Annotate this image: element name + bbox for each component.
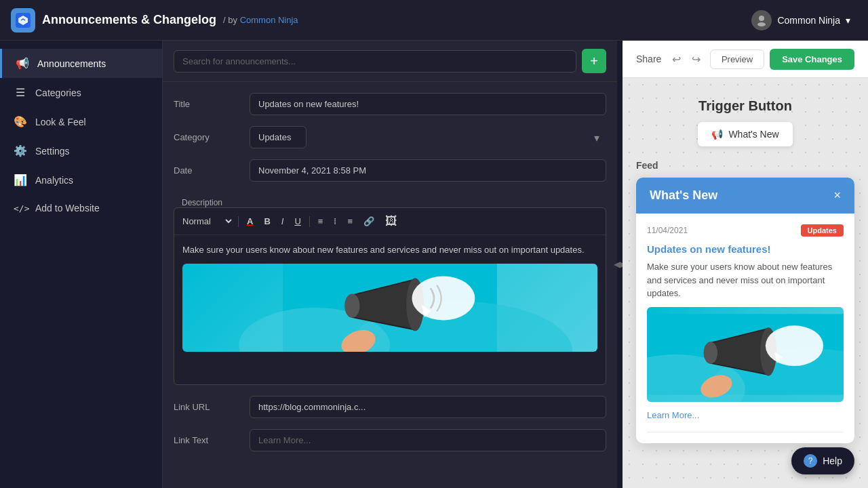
search-input[interactable] [174, 50, 576, 73]
help-label: Help [823, 455, 842, 466]
header-left: Announcements & Changelog / by Common Ni… [11, 8, 745, 33]
user-avatar [751, 10, 772, 30]
status-badge: Updates [801, 224, 844, 237]
preview-body: Trigger Button 📢 What's New Feed What's … [623, 78, 868, 488]
svg-point-11 [412, 276, 475, 320]
card-title: Updates on new features! [647, 243, 844, 255]
editor-toolbar: Normal Heading 1 Heading 2 A B I U ≡ ⁞ [174, 208, 606, 235]
share-button[interactable]: Share [636, 54, 661, 64]
sidebar-item-label: Settings [35, 146, 70, 157]
save-changes-button[interactable]: Save Changes [770, 49, 854, 70]
palette-icon: 🎨 [14, 115, 27, 128]
feed-section: Feed What's New × 11/04/2021 Updates [636, 160, 854, 443]
link-text-row: Link Text [174, 429, 606, 451]
date-input[interactable] [250, 159, 606, 182]
sidebar-item-announcements[interactable]: 📢 Announcements [0, 49, 162, 78]
widget-container: What's New × 11/04/2021 Updates Updates … [636, 178, 854, 443]
sidebar-item-analytics[interactable]: 📊 Analytics [0, 165, 162, 195]
bold-button[interactable]: B [260, 214, 274, 228]
gear-icon: ⚙️ [14, 144, 27, 157]
left-panel: + Title Category Updates Features B [163, 41, 617, 488]
preview-panel: Share ↩ ↪ Preview Save Changes Trigger B… [623, 41, 868, 488]
sidebar-item-label: Categories [35, 87, 81, 98]
preview-button[interactable]: Preview [710, 49, 764, 69]
app-header: Announcements & Changelog / by Common Ni… [0, 0, 868, 41]
ordered-list-button[interactable]: ≡ [314, 214, 328, 228]
preview-header-left: Share ↩ ↪ [636, 50, 703, 68]
title-input[interactable] [250, 93, 606, 115]
preview-header-right: Preview Save Changes [710, 49, 854, 70]
editor-container: Normal Heading 1 Heading 2 A B I U ≡ ⁞ [174, 207, 606, 385]
trigger-button-label: What's New [728, 129, 778, 140]
italic-button[interactable]: I [277, 214, 288, 228]
category-row: Category Updates Features Bug Fixes Gene… [174, 126, 606, 148]
announcement-card: 11/04/2021 Updates Updates on new featur… [647, 224, 844, 432]
user-menu-button[interactable]: Common Ninja ▾ [745, 6, 857, 35]
chevron-down-icon: ▾ [846, 15, 850, 26]
link-text-input[interactable] [250, 429, 606, 451]
description-section: Description Normal Heading 1 Heading 2 A… [174, 192, 606, 385]
sidebar-item-label: Look & Feel [35, 117, 86, 127]
link-button[interactable]: 🔗 [359, 214, 378, 228]
main-layout: 📢 Announcements ☰ Categories 🎨 Look & Fe… [0, 41, 868, 488]
learn-more-link[interactable]: Learn More... [647, 410, 699, 420]
trigger-title: Trigger Button [698, 98, 792, 114]
editor-content[interactable]: Make sure your users know about new feat… [174, 235, 606, 384]
underline-button[interactable]: U [290, 214, 304, 228]
add-announcement-button[interactable]: + [582, 49, 606, 73]
font-color-button[interactable]: A [243, 214, 257, 228]
widget-body: 11/04/2021 Updates Updates on new featur… [636, 214, 854, 443]
widget-close-button[interactable]: × [833, 188, 841, 203]
link-url-input[interactable] [250, 396, 606, 418]
svg-point-9 [344, 293, 359, 317]
align-button[interactable]: ≡ [343, 214, 357, 228]
date-row: Date [174, 159, 606, 182]
code-icon: </> [14, 203, 27, 214]
chart-icon: 📊 [14, 174, 27, 186]
redo-button[interactable]: ↪ [689, 50, 703, 68]
undo-button[interactable]: ↩ [669, 50, 684, 68]
sidebar-item-label: Analytics [35, 175, 73, 186]
app-title: Announcements & Changelog [42, 13, 216, 27]
form-area: Title Category Updates Features Bug Fixe… [163, 82, 617, 488]
link-url-label: Link URL [174, 396, 241, 412]
panel-divider[interactable]: ◀▶ [617, 41, 623, 488]
editor-text: Make sure your users know about new feat… [182, 243, 597, 257]
megaphone-icon: 📢 [16, 57, 29, 70]
sidebar-item-label: Announcements [37, 58, 106, 69]
app-by: / by Common Ninja [223, 15, 298, 25]
link-text-label: Link Text [174, 429, 241, 445]
sidebar-item-look-feel[interactable]: 🎨 Look & Feel [0, 107, 162, 136]
content-area: + Title Category Updates Features B [163, 41, 868, 488]
trigger-preview-button[interactable]: 📢 What's New [698, 122, 792, 146]
chevron-down-icon: ▾ [594, 131, 599, 144]
link-url-row: Link URL [174, 396, 606, 418]
sidebar-item-add-website[interactable]: </> Add to Website [0, 195, 162, 222]
feed-title: Feed [636, 160, 854, 171]
help-icon: ? [804, 454, 817, 468]
sidebar-item-settings[interactable]: ⚙️ Settings [0, 136, 162, 165]
category-label: Category [174, 126, 241, 142]
list-icon: ☰ [14, 86, 27, 99]
category-select[interactable]: Updates Features Bug Fixes General [250, 126, 307, 148]
image-button[interactable]: 🖼 [381, 212, 401, 230]
card-meta: 11/04/2021 Updates [647, 224, 844, 237]
bullet-list-button[interactable]: ⁞ [330, 214, 340, 228]
user-name: Common Ninja [777, 15, 840, 26]
card-date: 11/04/2021 [647, 226, 688, 235]
sidebar-item-label: Add to Website [35, 203, 100, 214]
sidebar-item-categories[interactable]: ☰ Categories [0, 78, 162, 107]
title-label: Title [174, 93, 241, 109]
card-image [647, 307, 844, 402]
search-bar: + [163, 41, 617, 82]
editor-image [182, 264, 597, 352]
toolbar-separator [238, 216, 239, 227]
widget-title: What's New [650, 188, 717, 203]
toolbar-separator-2 [309, 216, 310, 227]
svg-point-19 [704, 342, 717, 363]
help-button[interactable]: ? Help [791, 447, 854, 474]
svg-point-2 [757, 22, 766, 26]
trigger-section: Trigger Button 📢 What's New [698, 98, 792, 146]
description-label: Description [174, 192, 606, 207]
text-style-select[interactable]: Normal Heading 1 Heading 2 [180, 216, 234, 227]
